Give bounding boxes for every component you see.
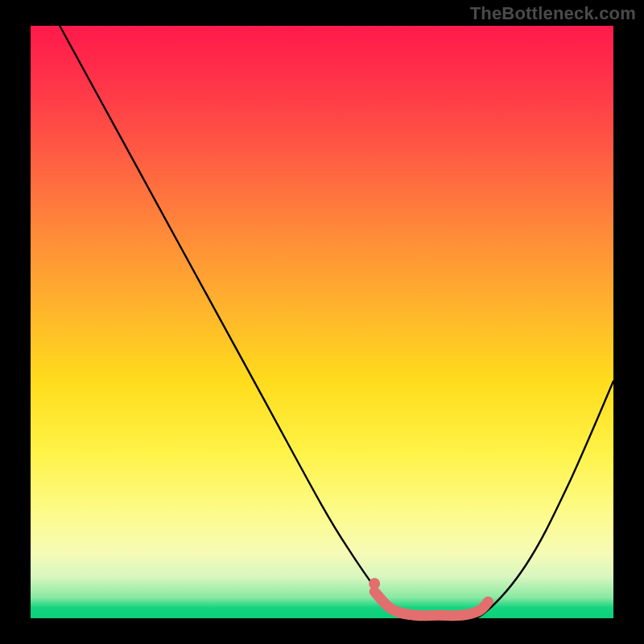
chart-container: TheBottleneck.com	[0, 0, 644, 644]
optimal-range-highlight	[374, 592, 488, 616]
watermark-text: TheBottleneck.com	[470, 3, 636, 24]
highlight-start-dot	[369, 578, 380, 589]
plot-area	[31, 26, 613, 618]
curve-layer	[31, 26, 613, 618]
bottleneck-curve	[60, 26, 613, 619]
